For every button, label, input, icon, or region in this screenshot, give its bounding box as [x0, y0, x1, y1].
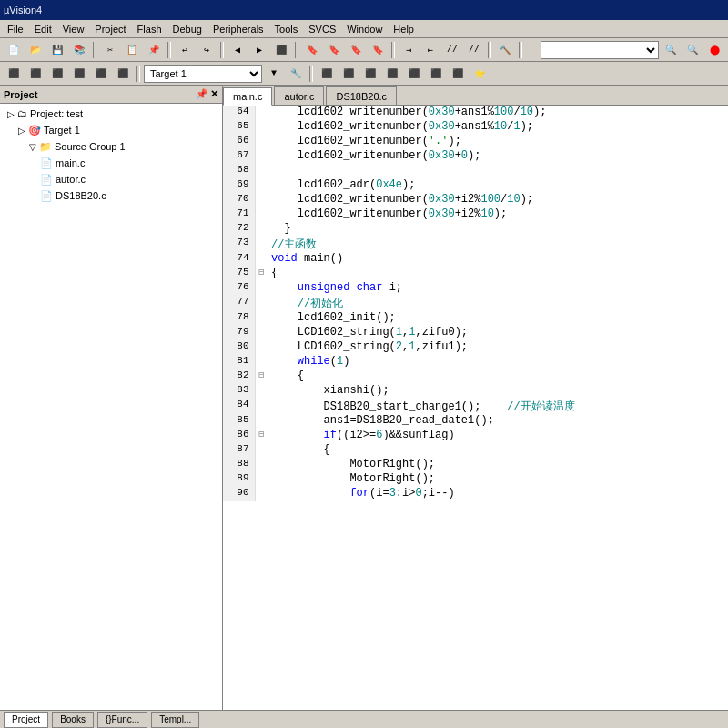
t2-btn2[interactable]: ⬛: [25, 65, 46, 83]
table-row: 86 ⊟ if((i2>=6)&&sunflag): [223, 429, 728, 443]
line-code-79: LCD1602_string(1,1,zifu0);: [268, 326, 728, 340]
pin-icon[interactable]: 📌: [196, 88, 208, 100]
line-num-64: 64: [223, 106, 255, 120]
search-btn1[interactable]: 🔍: [661, 41, 681, 59]
save-btn[interactable]: 💾: [47, 41, 67, 59]
bp-btn4[interactable]: 🔖: [368, 41, 388, 59]
uncomment-btn[interactable]: //: [464, 41, 484, 59]
tree-project[interactable]: ▷ 🗂 Project: test: [4, 106, 222, 122]
menu-item-flash[interactable]: Flash: [132, 22, 167, 36]
t2-sep1: [136, 66, 140, 82]
tab-bar: main.c autor.c DS18B20.c: [223, 86, 728, 106]
new-btn[interactable]: 📄: [4, 41, 24, 59]
menu-item-project[interactable]: Project: [89, 22, 131, 36]
undo-btn[interactable]: ↩: [175, 41, 195, 59]
sep6: [488, 42, 491, 58]
tree-ds18b20[interactable]: 📄 DS18B20.c: [36, 187, 222, 204]
line-num-76: 76: [223, 281, 255, 296]
code-content[interactable]: 64 lcd1602_writenumber(0x30+ans1%100/10)…: [223, 106, 728, 710]
indent-btn[interactable]: ⇥: [399, 41, 419, 59]
menu-item-debug[interactable]: Debug: [167, 22, 207, 36]
table-row: 82 ⊟ {: [223, 369, 728, 384]
tree-source-group[interactable]: ▽ 📁 Source Group 1: [25, 138, 222, 155]
menu-item-peripherals[interactable]: Peripherals: [207, 22, 269, 36]
search-btn2[interactable]: 🔍: [682, 41, 703, 59]
line-code-88: MotorRight();: [268, 458, 728, 472]
line-num-85: 85: [223, 414, 255, 429]
table-row: 76 unsigned char i;: [223, 281, 728, 296]
table-row: 71 lcd1602_writenumber(0x30+i2%10);: [223, 207, 728, 222]
line-code-64: lcd1602_writenumber(0x30+ans1%100/10);: [268, 106, 728, 120]
t2-btn4[interactable]: ⬛: [69, 65, 89, 83]
t2-btn9[interactable]: ⬛: [339, 65, 359, 83]
t2-btn14[interactable]: ⬛: [448, 65, 468, 83]
tab-ds18b20[interactable]: DS18B20.c: [326, 86, 397, 105]
t2-btn7[interactable]: 🔧: [286, 65, 306, 83]
line-num-67: 67: [223, 149, 255, 164]
menu-item-tools[interactable]: Tools: [269, 22, 304, 36]
line-code-74: void main(): [268, 252, 728, 267]
sep4: [295, 42, 298, 58]
line-num-89: 89: [223, 472, 255, 487]
menu-item-file[interactable]: File: [2, 22, 29, 36]
line-code-87: {: [268, 443, 728, 458]
redo-btn[interactable]: ↪: [197, 41, 217, 59]
unindent-btn[interactable]: ⇤: [420, 41, 440, 59]
tree-autorc[interactable]: 📄 autor.c: [36, 171, 222, 187]
t2-btn10[interactable]: ⬛: [360, 65, 380, 83]
search-combo[interactable]: [541, 41, 659, 59]
tab-mainc[interactable]: main.c: [223, 87, 272, 106]
line-marker-89: [255, 472, 268, 487]
bp-btn3[interactable]: 🔖: [346, 41, 366, 59]
menu-item-help[interactable]: Help: [388, 22, 420, 36]
close-icon[interactable]: ✕: [210, 88, 218, 100]
open-btn[interactable]: 📂: [25, 41, 46, 59]
nav-btn2[interactable]: ⬛: [271, 41, 291, 59]
status-tab-books[interactable]: Books: [52, 712, 94, 728]
line-num-87: 87: [223, 443, 255, 458]
t2-btn11[interactable]: ⬛: [382, 65, 402, 83]
menu-item-svcs[interactable]: SVCS: [303, 22, 341, 36]
t2-btn13[interactable]: ⬛: [426, 65, 446, 83]
paste-btn[interactable]: 📌: [144, 41, 164, 59]
table-row: 73 //主函数: [223, 237, 728, 252]
copy-btn[interactable]: 📋: [122, 41, 142, 59]
line-marker-68: [255, 164, 268, 178]
status-tab-func[interactable]: {}Func...: [97, 712, 147, 728]
tree-target[interactable]: ▷ 🎯 Target 1: [15, 122, 222, 138]
bp-btn2[interactable]: 🔖: [324, 41, 344, 59]
nav-fwd-btn[interactable]: ▶: [249, 41, 269, 59]
bp-btn1[interactable]: 🔖: [302, 41, 322, 59]
t2-btn1[interactable]: ⬛: [4, 65, 24, 83]
save-all-btn[interactable]: 📚: [69, 41, 89, 59]
status-tab-templ[interactable]: Templ...: [151, 712, 199, 728]
nav-back-btn[interactable]: ◀: [228, 41, 248, 59]
line-marker-82: ⊟: [255, 369, 268, 384]
t2-btn12[interactable]: ⬛: [404, 65, 424, 83]
t2-btn8[interactable]: ⬛: [317, 65, 337, 83]
code-table: 64 lcd1602_writenumber(0x30+ans1%100/10)…: [223, 106, 728, 501]
menu-item-view[interactable]: View: [57, 22, 90, 36]
line-marker-85: [255, 414, 268, 429]
t2-btn3[interactable]: ⬛: [47, 65, 67, 83]
project-header: Project 📌 ✕: [0, 86, 222, 104]
comment-btn[interactable]: //: [442, 41, 462, 59]
target-select[interactable]: Target 1: [144, 65, 262, 83]
line-marker-72: [255, 222, 268, 237]
status-tab-project[interactable]: Project: [4, 712, 48, 728]
tab-autorc[interactable]: autor.c: [274, 86, 324, 105]
target-options-btn[interactable]: ▼: [264, 65, 284, 83]
menu-item-edit[interactable]: Edit: [29, 22, 57, 36]
t2-btn15[interactable]: ⭐: [470, 65, 490, 83]
group-expand-icon: ▽: [29, 142, 36, 152]
build-btn[interactable]: 🔨: [495, 41, 515, 59]
t2-btn6[interactable]: ⬛: [113, 65, 133, 83]
line-num-73: 73: [223, 237, 255, 252]
line-marker-90: [255, 487, 268, 501]
menu-item-window[interactable]: Window: [341, 22, 388, 36]
cut-btn[interactable]: ✂: [100, 41, 120, 59]
tree-mainc[interactable]: 📄 main.c: [36, 155, 222, 171]
stop-btn[interactable]: ⬤: [704, 41, 724, 59]
t2-btn5[interactable]: ⬛: [91, 65, 111, 83]
line-marker-79: [255, 326, 268, 340]
